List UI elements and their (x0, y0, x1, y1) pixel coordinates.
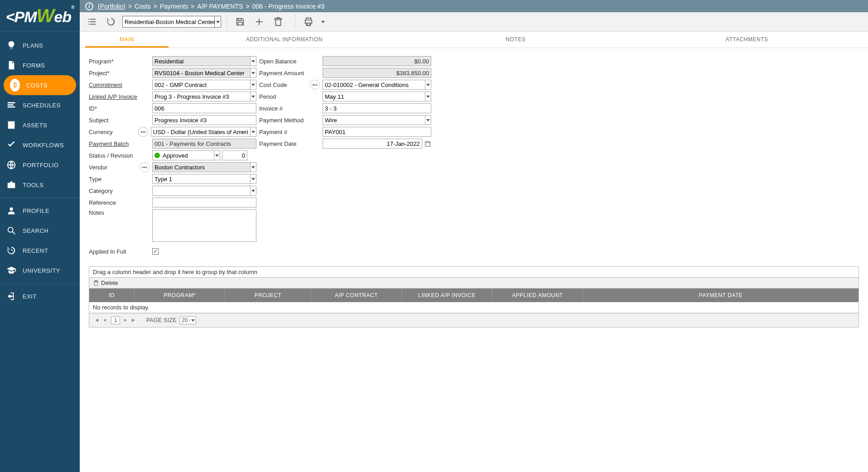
invoice-num-input[interactable] (323, 103, 431, 113)
chevron-down-icon[interactable] (250, 92, 256, 101)
history-button[interactable] (103, 14, 119, 29)
first-page-button[interactable] (93, 317, 100, 324)
grid-col-payment-date[interactable]: PAYMENT DATE (583, 289, 858, 302)
tab-notes[interactable]: NOTES (400, 32, 632, 48)
cost-code-more-button[interactable]: ••• (310, 80, 320, 90)
bars-icon (6, 100, 16, 110)
list-menu-button[interactable] (84, 14, 100, 29)
exit-icon (6, 291, 16, 301)
prev-page-button[interactable] (101, 317, 108, 324)
chevron-down-icon[interactable] (214, 150, 220, 160)
sidebar-item-recent[interactable]: RECENT (0, 241, 80, 260)
linked-ap-label[interactable]: Linked A/P Invoice (89, 93, 152, 100)
chevron-down-icon[interactable] (250, 127, 256, 137)
status-label: Status / Revision (89, 152, 152, 159)
breadcrumb-part: 006 - Progress Invoice #3 (252, 3, 325, 10)
user-icon (6, 206, 16, 216)
payment-amount-input (323, 68, 431, 78)
sidebar-item-costs[interactable]: COSTS (4, 75, 76, 95)
next-page-button[interactable] (122, 317, 129, 324)
chevron-down-icon[interactable] (214, 16, 221, 27)
status-select[interactable]: Approved (152, 150, 220, 160)
payment-batch-input (152, 139, 256, 149)
breadcrumb-part[interactable]: Costs (135, 3, 151, 10)
chevron-down-icon[interactable] (425, 92, 431, 101)
grid-col-program[interactable]: PROGRAM* (135, 289, 225, 302)
grid-col-linked-ap[interactable]: LINKED A/P INVOICE (402, 289, 492, 302)
grid-col-project[interactable]: PROJECT (225, 289, 311, 302)
currency-select[interactable]: USD - Dollar (United States of Ameri (151, 127, 256, 137)
payment-method-select[interactable]: Wire (323, 115, 431, 125)
breadcrumb-portfolio[interactable]: (Portfolio) (98, 3, 125, 10)
vendor-more-button[interactable]: ••• (140, 162, 149, 172)
sidebar-item-schedules[interactable]: SCHEDULES (0, 95, 80, 115)
sidebar-item-portfolio[interactable]: PORTFOLIO (0, 155, 80, 175)
sidebar-item-profile[interactable]: PROFILE (0, 201, 80, 221)
chevron-down-icon[interactable] (250, 80, 256, 90)
category-select[interactable] (152, 186, 256, 196)
sidebar: <PMWeb® PLANS FORMS COSTS SCHEDULES ASSE… (0, 0, 80, 472)
period-select[interactable]: May 11 (323, 92, 431, 101)
add-button[interactable] (251, 14, 267, 29)
project-selector-text: Residential-Boston Medical Center - (125, 19, 219, 25)
program-select[interactable]: Residential (152, 56, 256, 66)
linked-ap-select[interactable]: Prog 3 - Progress Invoice #3 (152, 92, 256, 101)
last-page-button[interactable] (130, 317, 137, 324)
grid-group-hint[interactable]: Drag a column header and drop it here to… (89, 267, 858, 278)
reference-input[interactable] (152, 197, 256, 207)
sidebar-item-exit[interactable]: EXIT (0, 286, 80, 306)
notes-textarea[interactable] (152, 209, 256, 242)
page-size-select[interactable]: 20 (179, 316, 196, 324)
chevron-down-icon[interactable] (250, 56, 256, 66)
logo: <PMWeb® (0, 0, 80, 32)
currency-more-button[interactable]: ••• (138, 127, 148, 137)
subject-input[interactable] (152, 115, 256, 125)
grid-delete-button[interactable]: Delete (93, 279, 118, 286)
payment-date-input[interactable] (323, 139, 422, 149)
sidebar-item-workflows[interactable]: WORKFLOWS (0, 135, 80, 155)
chevron-down-icon[interactable] (250, 68, 256, 78)
breadcrumb-part[interactable]: A/P PAYMENTS (197, 3, 243, 10)
id-label: ID* (89, 105, 152, 112)
print-dropdown[interactable] (320, 14, 326, 29)
type-select[interactable]: Type 1 (152, 174, 256, 184)
open-balance-label: Open Balance (259, 58, 323, 65)
project-selector[interactable]: Residential-Boston Medical Center - (122, 16, 221, 28)
tab-additional[interactable]: ADDITIONAL INFORMATION (169, 32, 400, 48)
applied-checkbox[interactable]: ✓ (152, 248, 159, 255)
delete-button[interactable] (270, 14, 286, 29)
project-select[interactable]: RVS0104 - Boston Medical Center (152, 68, 256, 78)
grid-col-applied-amount[interactable]: APPLIED AMOUNT (492, 289, 583, 302)
commitment-select[interactable]: 002 - GMP Contract (152, 80, 256, 90)
chevron-down-icon[interactable] (425, 80, 431, 90)
tab-attachments[interactable]: ATTACHMENTS (631, 32, 863, 48)
print-button[interactable] (301, 14, 316, 29)
chevron-down-icon[interactable] (250, 162, 256, 172)
sidebar-nav: PLANS FORMS COSTS SCHEDULES ASSETS WORKF… (0, 32, 80, 306)
sidebar-item-search[interactable]: SEARCH (0, 221, 80, 241)
chevron-down-icon[interactable] (250, 174, 256, 184)
info-icon[interactable]: i (85, 2, 93, 10)
save-button[interactable] (232, 14, 248, 29)
grid-col-id[interactable]: ID (89, 289, 135, 302)
payment-num-input[interactable] (323, 127, 431, 137)
sidebar-item-tools[interactable]: TOOLS (0, 175, 80, 195)
sidebar-item-forms[interactable]: FORMS (0, 55, 80, 75)
chevron-down-icon[interactable] (189, 319, 196, 322)
commitment-label[interactable]: Commitment (89, 82, 152, 88)
sidebar-item-university[interactable]: UNIVERSITY (0, 260, 80, 280)
payment-batch-label[interactable]: Payment Batch (89, 140, 152, 147)
cost-code-select[interactable]: 02-010002 - General Conditions (323, 80, 431, 90)
current-page-input[interactable]: 1 (111, 316, 120, 324)
calendar-icon[interactable] (424, 140, 431, 148)
vendor-select[interactable]: Boston Contractors (152, 162, 256, 172)
sidebar-item-assets[interactable]: ASSETS (0, 115, 80, 135)
grid-col-ap-contract[interactable]: A/P CONTRACT (311, 289, 402, 302)
breadcrumb-part[interactable]: Payments (160, 3, 188, 10)
id-input[interactable] (152, 103, 256, 113)
revision-input[interactable] (222, 150, 247, 160)
chevron-down-icon[interactable] (250, 186, 256, 196)
sidebar-item-plans[interactable]: PLANS (0, 35, 80, 55)
chevron-down-icon[interactable] (425, 115, 431, 125)
tab-main[interactable]: MAIN (85, 32, 169, 48)
